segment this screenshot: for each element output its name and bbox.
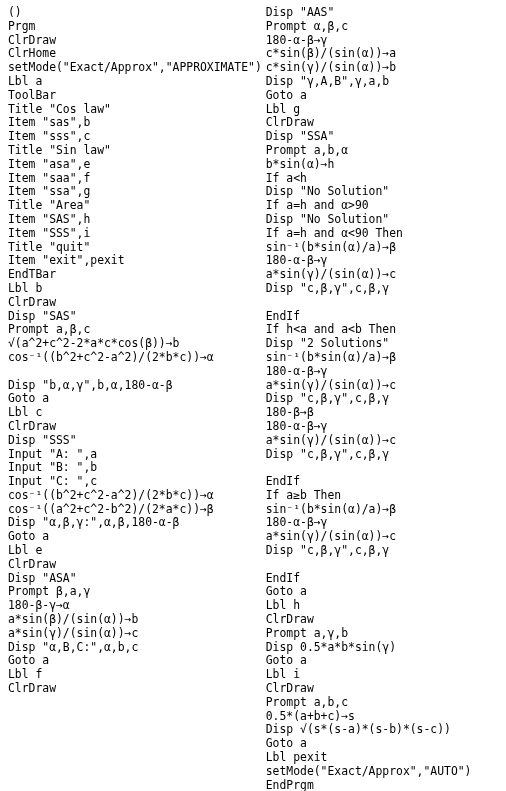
left-line: Item "ssa",g xyxy=(8,185,262,199)
right-line: sin⁻¹(b*sin(α)/a)→β xyxy=(266,351,506,365)
left-line: Lbl b xyxy=(8,282,262,296)
right-line: Disp 0.5*a*b*sin(γ) xyxy=(266,641,506,655)
right-line: a*sin(γ)/(sin(α))→c xyxy=(266,434,506,448)
left-line: Goto a xyxy=(8,530,262,544)
right-line: If a=h and α<90 Then xyxy=(266,227,506,241)
right-line xyxy=(266,461,506,475)
left-line: () xyxy=(8,6,262,20)
right-line: 180-α-β→γ xyxy=(266,420,506,434)
right-line: ClrDraw xyxy=(266,116,506,130)
left-line: Lbl a xyxy=(8,75,262,89)
right-line xyxy=(266,558,506,572)
left-line: Item "sss",c xyxy=(8,130,262,144)
right-line: If a≥b Then xyxy=(266,489,506,503)
left-line: Title "Area" xyxy=(8,199,262,213)
code-columns: ()PrgmClrDrawClrHomesetMode("Exact/Appro… xyxy=(8,6,500,791)
left-line: a*sin(β)/(sin(α))→b xyxy=(8,613,262,627)
left-line: ClrDraw xyxy=(8,34,262,48)
left-line: Disp "α,β,γ:",α,β,180-α-β xyxy=(8,516,262,530)
left-line: setMode("Exact/Approx","APPROXIMATE") xyxy=(8,61,262,75)
left-line: Lbl e xyxy=(8,544,262,558)
left-line: Disp "SAS" xyxy=(8,310,262,324)
right-line: Disp "γ,A,B",γ,a,b xyxy=(266,75,506,89)
right-line: 180-α-β→γ xyxy=(266,365,506,379)
right-line: b*sin(α)→h xyxy=(266,158,506,172)
right-line: c*sin(γ)/(sin(α))→b xyxy=(266,61,506,75)
left-line: cos⁻¹((a^2+c^2-b^2)/(2*a*c))→β xyxy=(8,503,262,517)
left-line: Item "saa",f xyxy=(8,172,262,186)
right-line: Disp "SSA" xyxy=(266,130,506,144)
right-line: Goto a xyxy=(266,585,506,599)
right-line: Goto a xyxy=(266,737,506,751)
left-line: EndTBar xyxy=(8,268,262,282)
right-line: a*sin(γ)/(sin(α))→c xyxy=(266,379,506,393)
left-line: Title "Sin law" xyxy=(8,144,262,158)
right-line: 0.5*(a+b+c)→s xyxy=(266,710,506,724)
left-line: Prgm xyxy=(8,20,262,34)
right-line: If h<a and a<b Then xyxy=(266,323,506,337)
left-line: Lbl c xyxy=(8,406,262,420)
left-line: Item "asa",e xyxy=(8,158,262,172)
right-line: Disp "c,β,γ",c,β,γ xyxy=(266,544,506,558)
left-line: cos⁻¹((b^2+c^2-a^2)/(2*b*c))→α xyxy=(8,489,262,503)
right-line: EndIf xyxy=(266,310,506,324)
right-line: 180-α-β→γ xyxy=(266,34,506,48)
right-line: Goto a xyxy=(266,89,506,103)
left-line: Disp "b,α,γ",b,α,180-α-β xyxy=(8,379,262,393)
right-line: Lbl pexit xyxy=(266,751,506,765)
left-line: Prompt a,β,c xyxy=(8,323,262,337)
right-line: Disp "2 Solutions" xyxy=(266,337,506,351)
left-line: Input "A: ",a xyxy=(8,448,262,462)
left-line: Goto a xyxy=(8,654,262,668)
left-line: cos⁻¹((b^2+c^2-a^2)/(2*b*c))→α xyxy=(8,351,262,365)
left-line: Item "exit",pexit xyxy=(8,254,262,268)
left-line: Input "B: ",b xyxy=(8,461,262,475)
left-line: Lbl f xyxy=(8,668,262,682)
right-line: Prompt a,b,c xyxy=(266,696,506,710)
right-line: a*sin(γ)/(sin(α))→c xyxy=(266,268,506,282)
right-line: c*sin(β)/(sin(α))→a xyxy=(266,47,506,61)
left-line: 180-β-γ→α xyxy=(8,599,262,613)
right-line: Goto a xyxy=(266,654,506,668)
code-column-right: Disp "AAS"Prompt α,β,c180-α-β→γc*sin(β)/… xyxy=(262,6,506,791)
right-line: Disp "AAS" xyxy=(266,6,506,20)
right-line: Prompt a,γ,b xyxy=(266,627,506,641)
left-line: Title "Cos law" xyxy=(8,103,262,117)
right-line: Disp "No Solution" xyxy=(266,213,506,227)
right-line: ClrDraw xyxy=(266,682,506,696)
right-line: If a=h and α>90 xyxy=(266,199,506,213)
right-line: Lbl h xyxy=(266,599,506,613)
right-line: sin⁻¹(b*sin(α)/a)→β xyxy=(266,503,506,517)
left-line: Disp "SSS" xyxy=(8,434,262,448)
right-line: EndIf xyxy=(266,572,506,586)
right-line: Prompt α,β,c xyxy=(266,20,506,34)
left-line: Goto a xyxy=(8,392,262,406)
right-line: Prompt a,b,α xyxy=(266,144,506,158)
right-line: 180-α-β→γ xyxy=(266,516,506,530)
right-line: EndPrgm xyxy=(266,779,506,791)
left-line: ToolBar xyxy=(8,89,262,103)
right-line: If a<h xyxy=(266,172,506,186)
right-line: Disp "c,β,γ",c,β,γ xyxy=(266,392,506,406)
left-line: ClrDraw xyxy=(8,682,262,696)
right-line: Lbl g xyxy=(266,103,506,117)
right-line: Disp "c,β,γ",c,β,γ xyxy=(266,448,506,462)
left-line: Item "SSS",i xyxy=(8,227,262,241)
left-line: ClrDraw xyxy=(8,558,262,572)
right-line: Disp √(s*(s-a)*(s-b)*(s-c)) xyxy=(266,723,506,737)
left-line: Item "sas",b xyxy=(8,116,262,130)
left-line: Input "C: ",c xyxy=(8,475,262,489)
left-line: Prompt β,a,γ xyxy=(8,585,262,599)
right-line: setMode("Exact/Approx","AUTO") xyxy=(266,765,506,779)
left-line xyxy=(8,365,262,379)
right-line: ClrDraw xyxy=(266,613,506,627)
left-line: ClrDraw xyxy=(8,420,262,434)
left-line: ClrHome xyxy=(8,47,262,61)
left-line: √(a^2+c^2-2*a*c*cos(β))→b xyxy=(8,337,262,351)
right-line xyxy=(266,296,506,310)
left-line: Disp "α,B,C:",α,b,c xyxy=(8,641,262,655)
right-line: 180-α-β→γ xyxy=(266,254,506,268)
right-line: 180-β→β xyxy=(266,406,506,420)
right-line: sin⁻¹(b*sin(α)/a)→β xyxy=(266,241,506,255)
right-line: Disp "No Solution" xyxy=(266,185,506,199)
